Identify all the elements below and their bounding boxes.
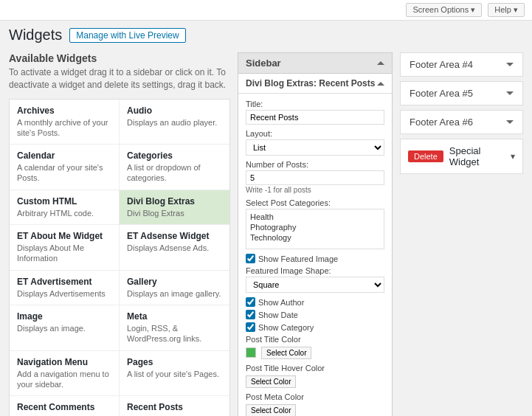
- show-author-row: Show Author: [246, 297, 384, 307]
- widget-desc: A monthly archive of your site's Posts.: [17, 117, 111, 139]
- footer-areas-container: Footer Area #4Footer Area #5Footer Area …: [400, 52, 523, 134]
- categories-group: Select Post Categories: Health Photograp…: [246, 198, 384, 249]
- widget-item[interactable]: Custom HTMLArbitrary HTML code.: [10, 190, 120, 225]
- widget-name: Image: [17, 311, 111, 322]
- show-category-label: Show Category: [258, 323, 314, 332]
- category-photography[interactable]: Photography: [250, 222, 380, 232]
- num-posts-hint: Write -1 for all posts: [246, 186, 384, 194]
- widget-name: Divi Blog Extras: [127, 196, 222, 207]
- layout-select[interactable]: List Grid Masonry: [246, 139, 384, 156]
- widget-name: Custom HTML: [17, 196, 111, 207]
- post-meta-color-button[interactable]: Select Color: [246, 404, 296, 416]
- widget-item[interactable]: CategoriesA list or dropdown of categori…: [120, 145, 229, 190]
- widget-collapse-icon: [377, 82, 384, 86]
- footer-area-footer5: Footer Area #5: [400, 81, 523, 105]
- footer-area-label: Footer Area #4: [410, 59, 473, 70]
- sidebar-collapse-icon: [377, 61, 384, 65]
- categories-list[interactable]: Health Photography Technology: [246, 209, 384, 249]
- widget-item[interactable]: MetaLogin, RSS, & WordPress.org links.: [120, 305, 229, 351]
- widget-name: Archives: [17, 105, 111, 116]
- widget-item[interactable]: ET AdvertisementDisplays Advertisements: [10, 271, 120, 305]
- show-date-checkbox[interactable]: [246, 310, 255, 319]
- footer-area-header[interactable]: Footer Area #5: [401, 82, 522, 105]
- widget-item[interactable]: ET About Me WidgetDisplays About Me Info…: [10, 225, 120, 271]
- manage-live-preview-link[interactable]: Manage with Live Preview: [69, 28, 185, 43]
- sidebar-title: Sidebar: [246, 58, 281, 69]
- show-featured-image-checkbox[interactable]: [246, 254, 255, 263]
- post-meta-color-group: Post Meta Color Select Color: [246, 392, 384, 416]
- footer-panel: Footer Area #4Footer Area #5Footer Area …: [400, 52, 523, 416]
- category-technology[interactable]: Technology: [250, 232, 380, 243]
- widget-item[interactable]: GalleryDisplays an image gallery.: [120, 271, 229, 305]
- show-category-row: Show Category: [246, 322, 384, 332]
- widget-expanded-header[interactable]: Divi Blog Extras: Recent Posts: [238, 74, 392, 94]
- layout-label: Layout:: [246, 129, 384, 138]
- sidebar-header[interactable]: Sidebar: [238, 52, 393, 74]
- widget-desc: Displays an image.: [17, 323, 111, 333]
- available-widgets-heading: Available Widgets: [9, 52, 230, 64]
- widget-name: Recent Comments: [17, 402, 111, 412]
- widget-name: ET Advertisement: [17, 277, 111, 287]
- layout-group: Layout: List Grid Masonry: [246, 129, 384, 156]
- main-container: Available Widgets To activate a widget d…: [0, 46, 532, 416]
- widget-item[interactable]: ArchivesA monthly archive of your site's…: [10, 100, 120, 145]
- sidebar-panel: Sidebar Divi Blog Extras: Recent Posts T…: [238, 52, 393, 416]
- help-button[interactable]: Help: [488, 3, 525, 17]
- footer-area-label: Footer Area #5: [410, 88, 473, 99]
- special-widget-chevron-icon: ▾: [511, 151, 515, 162]
- widget-desc: A calendar of your site's Posts.: [17, 162, 111, 184]
- show-date-label: Show Date: [258, 311, 298, 319]
- post-meta-color-label: Post Meta Color: [246, 392, 384, 401]
- available-widgets-description: To activate a widget drag it to a sideba…: [9, 66, 230, 91]
- post-title-color-group: Post Title Color Select Color: [246, 335, 384, 359]
- num-posts-input[interactable]: [246, 170, 384, 185]
- widget-item[interactable]: ImageDisplays an image.: [10, 305, 120, 351]
- footer-area-chevron-icon: [506, 120, 514, 124]
- widget-desc: A list or dropdown of categories.: [127, 162, 222, 184]
- widget-item[interactable]: CalendarA calendar of your site's Posts.: [10, 145, 120, 190]
- widget-desc: Login, RSS, & WordPress.org links.: [127, 323, 222, 344]
- widget-name: Audio: [127, 105, 222, 116]
- post-title-color-swatch: [246, 347, 256, 358]
- widget-desc: Add a navigation menu to your sidebar.: [17, 369, 111, 390]
- top-bar: Screen Options Help: [0, 0, 532, 21]
- post-title-color-label: Post Title Color: [246, 335, 384, 344]
- show-author-checkbox[interactable]: [246, 297, 255, 307]
- screen-options-button[interactable]: Screen Options: [406, 3, 482, 17]
- post-title-color-button[interactable]: Select Color: [261, 347, 311, 359]
- title-group: Title:: [246, 100, 384, 125]
- special-widget-name: Special Widget: [443, 145, 511, 167]
- widget-name: Recent Posts: [127, 402, 222, 412]
- show-category-checkbox[interactable]: [246, 322, 255, 332]
- footer-area-label: Footer Area #6: [410, 117, 473, 128]
- widget-desc: Displays an image gallery.: [127, 288, 222, 299]
- widget-item[interactable]: AudioDisplays an audio player.: [120, 100, 229, 145]
- title-label: Title:: [246, 100, 384, 108]
- widget-name: Categories: [127, 150, 222, 161]
- widget-name: Calendar: [17, 150, 111, 161]
- widget-item[interactable]: Recent CommentsYour site's most recent c…: [10, 396, 120, 416]
- widget-name: Pages: [127, 357, 222, 367]
- widget-expanded: Divi Blog Extras: Recent Posts Title: La…: [238, 74, 392, 416]
- widget-desc: Displays Adsense Ads.: [127, 243, 222, 253]
- footer-area-header[interactable]: Footer Area #6: [401, 111, 522, 134]
- widget-item[interactable]: ET Adsense WidgetDisplays Adsense Ads.: [120, 225, 229, 271]
- categories-label: Select Post Categories:: [246, 198, 384, 207]
- widget-desc: Displays About Me Information: [17, 243, 111, 264]
- post-title-hover-button[interactable]: Select Color: [246, 375, 296, 388]
- show-featured-image-row: Show Featured Image: [246, 254, 384, 263]
- widget-item[interactable]: PagesA list of your site's Pages.: [120, 351, 229, 397]
- widget-item[interactable]: Recent PostsYour site's most recent Post…: [120, 396, 229, 416]
- delete-button[interactable]: Delete: [408, 150, 443, 162]
- title-input[interactable]: [246, 110, 384, 125]
- footer-area-footer4: Footer Area #4: [400, 52, 523, 77]
- footer-area-header[interactable]: Footer Area #4: [401, 53, 522, 76]
- widget-grid: ArchivesA monthly archive of your site's…: [9, 99, 230, 416]
- featured-image-shape-select[interactable]: Square Circle Landscape: [246, 277, 384, 293]
- category-health[interactable]: Health: [250, 212, 380, 222]
- widget-item[interactable]: Divi Blog ExtrasDivi Blog Extras: [120, 190, 229, 225]
- featured-image-shape-label: Featured Image Shape:: [246, 266, 384, 275]
- widget-item[interactable]: Navigation MenuAdd a navigation menu to …: [10, 351, 120, 397]
- post-title-hover-label: Post Title Hover Color: [246, 364, 384, 372]
- footer-area-chevron-icon: [506, 91, 514, 95]
